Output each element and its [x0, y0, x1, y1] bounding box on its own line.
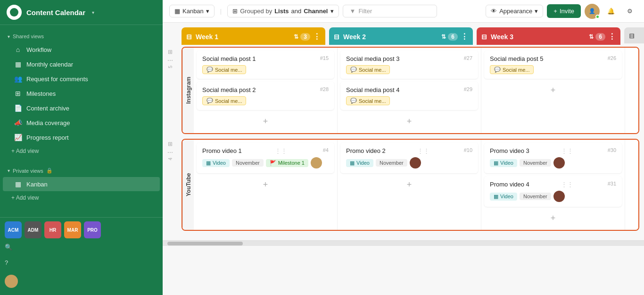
kanban-view-button[interactable]: ▦ Kanban ▾ [169, 5, 215, 17]
tag-video-3: ▦ Video [490, 159, 517, 167]
add-view-private-button[interactable]: + Add view [0, 192, 163, 204]
tag-november-2: November [376, 159, 407, 167]
card-pv3-title: Promo video 3 [490, 147, 529, 154]
col-header-week4: ⊟ [624, 27, 644, 45]
card-pv4-title: Promo video 4 [490, 181, 529, 188]
invite-button[interactable]: + Invite [547, 4, 581, 18]
sidebar-item-media-coverage[interactable]: 📣 Media coverage [3, 116, 160, 130]
comments-icon: 👥 [14, 75, 22, 83]
sidebar-item-content-archive[interactable]: 📄 Content archive [3, 101, 160, 115]
chat-icon-5: 💬 [494, 67, 501, 73]
col-week2: ⊟ Week 2 ⇅ 6 ⋮ [329, 27, 473, 45]
user-avatar[interactable]: 👤 [585, 4, 600, 19]
kanban-view-label: Kanban [182, 8, 204, 15]
avatar-adm[interactable]: ADM [25, 221, 41, 238]
sidebar-item-progress-report[interactable]: 📈 Progress report [3, 130, 160, 144]
sidebar-item-request-comments[interactable]: 👥 Request for comments [3, 72, 160, 86]
kanban-header-row: ⊟ Week 1 ⇅ 3 ⋮ ⊟ Week 2 ⇅ 6 [182, 27, 639, 45]
youtube-week4-col [625, 140, 639, 230]
col-week1-icon: ⊟ [186, 33, 192, 41]
add-card-instagram-week2[interactable]: + [340, 113, 478, 130]
instagram-week1-col: Social media post 1 #15 💬 Social me... S… [194, 48, 338, 133]
add-card-youtube-week3[interactable]: + [484, 210, 622, 227]
notifications-button[interactable]: 🔔 [603, 4, 619, 19]
avatar-acm[interactable]: ACM [5, 221, 22, 238]
card-header-5: Social media post 5 #26 [490, 55, 616, 62]
avatar-mar[interactable]: MAR [64, 221, 81, 238]
add-view-private-label: + Add view [11, 194, 39, 201]
help-button[interactable]: ? [0, 256, 163, 270]
col-week1-menu[interactable]: ⋮ [313, 32, 321, 41]
kanban-table: ⊟ Week 1 ⇅ 3 ⋮ ⊟ Week 2 ⇅ 6 [163, 23, 644, 240]
card-header: Social media post 1 #15 [202, 55, 329, 62]
col-week1-title: Week 1 [196, 33, 294, 41]
sidebar-item-milestones[interactable]: ⊞ Milestones [3, 86, 160, 101]
youtube-row-number: 4 [168, 158, 173, 160]
sidebar-item-milestones-label: Milestones [26, 90, 56, 97]
calendar-icon: ▦ [14, 60, 22, 68]
tag-social-me-4: 💬 Social me... [346, 96, 390, 105]
chat-icon: 💬 [206, 67, 213, 73]
horizontal-scrollbar[interactable] [163, 240, 644, 246]
avatar-pro[interactable]: PRO [84, 221, 101, 238]
add-card-youtube-week1[interactable]: + [197, 176, 334, 194]
add-card-youtube-week2[interactable]: + [340, 176, 478, 194]
kanban-scroll-area[interactable]: ⊟ Week 1 ⇅ 3 ⋮ ⊟ Week 2 ⇅ 6 [163, 23, 644, 295]
drag-icon-2: ⋮⋮ [417, 147, 429, 154]
card-title-2: Social media post 2 [202, 86, 256, 93]
user-profile-bottom[interactable] [0, 271, 163, 291]
search-button[interactable]: 🔍 [0, 240, 163, 254]
sidebar-item-workflow[interactable]: ⌂ Workflow [3, 42, 160, 57]
tag-november-1: November [232, 159, 264, 167]
row-menu-icon-yt[interactable]: ⋯ [167, 149, 173, 156]
col-week3-icon: ⊟ [481, 33, 487, 41]
card-social-media-post-3[interactable]: Social media post 3 #27 💬 Social me... [340, 51, 478, 79]
shared-views-header[interactable]: ▾ Shared views [0, 31, 163, 42]
chat-icon-3: 💬 [350, 67, 357, 73]
settings-button[interactable]: ⚙ [622, 4, 637, 19]
row-group-youtube: ⊞ ⋯ 4 YouTube Promo video 1 ⋮⋮ [167, 139, 639, 231]
drag-icon: ⋮⋮ [275, 147, 287, 154]
shared-views-section: ▾ Shared views ⌂ Workflow ▦ Monthly cale… [0, 27, 163, 161]
row-expand-icon[interactable]: ⊞ [168, 49, 173, 55]
add-card-instagram-week1[interactable]: + [197, 113, 334, 130]
card-social-media-post-5[interactable]: Social media post 5 #26 💬 Social me... [484, 51, 622, 79]
row-menu-icon[interactable]: ⋯ [167, 57, 173, 64]
group-icon: ⊞ [232, 8, 238, 15]
sidebar-item-monthly-calendar[interactable]: ▦ Monthly calendar [3, 57, 160, 71]
sidebar-item-request-comments-label: Request for comments [26, 76, 88, 83]
sidebar-title-arrow: ▾ [92, 10, 94, 15]
card-promo-video-3[interactable]: Promo video 3 ⋮⋮ #30 ▦ Video November [484, 143, 622, 173]
card-social-media-post-1[interactable]: Social media post 1 #15 💬 Social me... [197, 51, 334, 79]
row-expand-icon-yt[interactable]: ⊞ [168, 141, 173, 147]
avatar-hr[interactable]: HR [44, 221, 61, 238]
search-icon: 🔍 [5, 244, 12, 251]
topbar: ▦ Kanban ▾ | ⊞ Grouped by Lists and Chan… [163, 0, 644, 23]
col-week3-menu[interactable]: ⋮ [608, 32, 616, 41]
col-week2-menu[interactable]: ⋮ [461, 32, 468, 41]
card-avatar-pv4 [553, 191, 565, 202]
help-icon: ? [5, 259, 8, 266]
tag-social-me-5: 💬 Social me... [490, 65, 534, 74]
sidebar-item-kanban[interactable]: ▦ Kanban [3, 177, 160, 191]
card-pv2-num: #10 [464, 147, 472, 153]
add-card-instagram-week3[interactable]: + [484, 82, 622, 99]
col-week1-count: 3 [300, 33, 310, 41]
add-view-shared-button[interactable]: + Add view [0, 145, 163, 157]
card-pv1-title: Promo video 1 [202, 147, 242, 154]
sidebar-item-progress-report-label: Progress report [26, 134, 69, 141]
private-views-header[interactable]: ▾ Private views 🔒 [0, 165, 163, 177]
card-promo-video-1[interactable]: Promo video 1 ⋮⋮ #4 ▦ Video November 🚩 M… [197, 143, 334, 173]
grouping-button[interactable]: ⊞ Grouped by Lists and Channel ▾ [227, 5, 339, 17]
card-promo-video-2[interactable]: Promo video 2 ⋮⋮ #10 ▦ Video November [340, 143, 478, 173]
card-social-media-post-2[interactable]: Social media post 2 #28 💬 Social me... [197, 82, 334, 110]
tag-video-2: ▦ Video [346, 159, 373, 167]
appearance-icon: 👁 [491, 8, 497, 15]
filter-button[interactable]: ▼ Filter [343, 5, 437, 17]
appearance-button[interactable]: 👁 Appearance ▾ [486, 5, 543, 17]
card-tags-5: 💬 Social me... [490, 65, 616, 74]
card-promo-video-4[interactable]: Promo video 4 ⋮⋮ #31 ▦ Video November [484, 176, 622, 207]
scrollbar-thumb[interactable] [167, 242, 243, 245]
card-title-5: Social media post 5 [490, 55, 543, 62]
card-social-media-post-4[interactable]: Social media post 4 #29 💬 Social me... [340, 82, 478, 110]
